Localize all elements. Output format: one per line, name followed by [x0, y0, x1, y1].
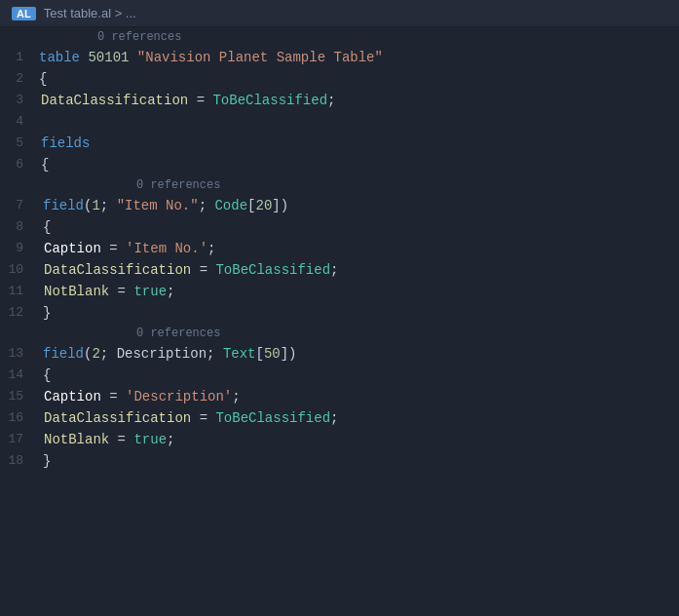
line-content: { [39, 154, 679, 175]
line-number: 16 [0, 407, 39, 429]
line-content: } [39, 450, 679, 472]
line-content: { [39, 216, 679, 238]
line-content: } [39, 302, 679, 324]
line-content: field(2; Description; Text[50]) [39, 343, 679, 365]
code-line: 15Caption = 'Description'; [0, 386, 679, 407]
line-content: Caption = 'Item No.'; [39, 238, 679, 259]
line-number: 10 [0, 259, 39, 281]
code-line: 4 [0, 111, 679, 133]
code-line: 11NotBlank = true; [0, 281, 679, 302]
line-content: DataClassification = ToBeClassified; [39, 407, 679, 429]
code-line: 12} [0, 302, 679, 324]
line-content: fields [39, 133, 679, 154]
breadcrumb: Test table.al > ... [44, 6, 136, 20]
line-content: { [39, 365, 679, 386]
code-line: 3DataClassification = ToBeClassified; [0, 90, 679, 111]
editor-container: 0 references1table 50101 "Navision Plane… [0, 27, 679, 608]
code-line: 10DataClassification = ToBeClassified; [0, 259, 679, 281]
line-number: 9 [0, 238, 39, 259]
code-line: 8{ [0, 216, 679, 238]
line-content: NotBlank = true; [39, 429, 679, 450]
references-line: 0 references [0, 175, 679, 195]
line-number: 17 [0, 429, 39, 450]
line-content: table 50101 "Navision Planet Sample Tabl… [39, 47, 679, 68]
code-line: 17NotBlank = true; [0, 429, 679, 450]
code-line: 13field(2; Description; Text[50]) [0, 343, 679, 365]
code-line: 6{ [0, 154, 679, 175]
code-line: 2{ [0, 68, 679, 90]
line-number: 13 [0, 343, 39, 365]
line-content: field(1; "Item No."; Code[20]) [39, 195, 679, 216]
line-number: 5 [0, 133, 39, 154]
line-number: 8 [0, 216, 39, 238]
title-bar: AL Test table.al > ... [0, 0, 679, 27]
references-line: 0 references [0, 324, 679, 343]
line-number: 11 [0, 281, 39, 302]
line-number: 18 [0, 450, 39, 472]
code-line: 18} [0, 450, 679, 472]
code-line: 7field(1; "Item No."; Code[20]) [0, 195, 679, 216]
line-number: 1 [0, 47, 39, 68]
line-content: NotBlank = true; [39, 281, 679, 302]
code-line: 9Caption = 'Item No.'; [0, 238, 679, 259]
code-line: 16DataClassification = ToBeClassified; [0, 407, 679, 429]
line-number: 12 [0, 302, 39, 324]
code-line: 1table 50101 "Navision Planet Sample Tab… [0, 47, 679, 68]
line-number: 7 [0, 195, 39, 216]
code-line: 14{ [0, 365, 679, 386]
references-line: 0 references [0, 27, 679, 47]
line-number: 2 [0, 68, 39, 90]
line-content: Caption = 'Description'; [39, 386, 679, 407]
line-number: 4 [0, 111, 39, 133]
code-line: 5fields [0, 133, 679, 154]
line-number: 6 [0, 154, 39, 175]
line-number: 15 [0, 386, 39, 407]
al-badge: AL [12, 7, 36, 20]
line-number: 3 [0, 90, 39, 111]
line-content: DataClassification = ToBeClassified; [39, 90, 679, 111]
line-number: 14 [0, 365, 39, 386]
line-content: { [39, 68, 679, 90]
line-content: DataClassification = ToBeClassified; [39, 259, 679, 281]
